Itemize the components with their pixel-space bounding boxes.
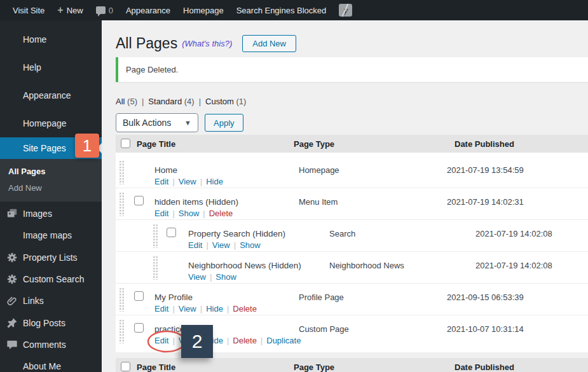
view-link[interactable]: View — [188, 272, 215, 282]
delete-link[interactable]: Delete — [233, 304, 257, 313]
edit-link[interactable]: Edit — [188, 240, 212, 250]
bulk-actions-label: Bulk Actions — [123, 118, 171, 128]
main-content: All Pages (What's this?) Add New Page De… — [102, 20, 588, 372]
page-title-cell: My Profile — [154, 293, 193, 302]
row-actions: EditViewHide — [154, 177, 223, 186]
col-header-page-type: Page Type — [294, 139, 334, 149]
appearance-topbar-link[interactable]: Appearance — [120, 0, 177, 20]
comments-label: Comments — [23, 340, 66, 350]
tutorial-step-1-badge: 1 — [75, 134, 99, 158]
table-row-child: Neighborhood News (Hidden) ViewShow Neig… — [116, 252, 588, 284]
drag-handle[interactable] — [119, 319, 125, 343]
row-checkbox[interactable] — [167, 228, 176, 237]
sidebar-item-images[interactable]: Images — [0, 203, 102, 224]
col-footer-page-type: Page Type — [294, 362, 334, 372]
filter-separator: | — [199, 97, 201, 106]
homepage-topbar-link[interactable]: Homepage — [177, 0, 230, 20]
homepage-topbar-label: Homepage — [183, 6, 224, 15]
row-actions: EditViewHideDeleteDuplicate — [154, 336, 301, 345]
col-footer-page-title: Page Title — [137, 362, 175, 372]
sidebar-item-custom-search[interactable]: Custom Search — [0, 268, 102, 290]
filter-all[interactable]: All (5) — [116, 97, 137, 106]
hide-link[interactable]: Hide — [206, 304, 233, 313]
sidebar-item-about-me[interactable]: About Me — [0, 355, 102, 372]
date-published-cell: 2021-09-15 06:53:39 — [447, 293, 524, 302]
sidebar-item-home[interactable]: Home — [0, 25, 102, 53]
drag-handle[interactable] — [153, 224, 158, 248]
hide-link[interactable]: Hide — [206, 177, 223, 186]
page-type-cell: Custom Page — [299, 324, 349, 334]
visit-site-link[interactable]: Visit Site — [6, 0, 51, 20]
link-icon — [6, 295, 18, 307]
show-link[interactable]: Show — [240, 240, 261, 250]
submenu-all-pages[interactable]: All Pages — [0, 163, 102, 179]
sidebar-item-comments[interactable]: Comments — [0, 334, 102, 355]
filter-custom[interactable]: Custom (1) — [205, 97, 246, 106]
page-title-cell: Neighborhood News (Hidden) — [188, 261, 301, 270]
seo-status-label: Search Engines Blocked — [236, 6, 327, 15]
select-all-checkbox[interactable] — [121, 139, 130, 148]
filter-standard[interactable]: Standard (4) — [148, 97, 194, 106]
row-checkbox[interactable] — [134, 291, 144, 301]
chevron-down-icon: ▼ — [184, 119, 191, 127]
row-actions: EditViewHideDelete — [154, 304, 257, 313]
edit-link[interactable]: Edit — [154, 177, 179, 186]
image-maps-label: Image maps — [23, 230, 72, 240]
row-actions: ViewShow — [188, 272, 236, 282]
sidebar-site-pages-label: Site Pages — [23, 143, 66, 153]
comment-icon — [6, 339, 18, 350]
sidebar-item-blog-posts[interactable]: Blog Posts — [0, 312, 102, 333]
row-actions: EditShowDelete — [154, 209, 233, 218]
view-link[interactable]: View — [212, 240, 240, 250]
sidebar-item-image-maps[interactable]: Image maps — [0, 224, 102, 246]
delete-link[interactable]: Delete — [233, 336, 266, 345]
filter-standard-count: (4) — [184, 97, 195, 106]
whats-this-link[interactable]: (What's this?) — [182, 39, 232, 48]
new-button[interactable]: + New — [51, 0, 89, 20]
drag-handle[interactable] — [153, 256, 158, 280]
bulk-actions-select[interactable]: Bulk Actions ▼ — [116, 113, 198, 132]
sidebar-item-links[interactable]: Links — [0, 290, 102, 312]
sidebar-item-appearance[interactable]: Appearance — [0, 81, 102, 109]
apply-button[interactable]: Apply — [205, 114, 243, 132]
view-link[interactable]: View — [179, 304, 206, 313]
drag-handle[interactable] — [119, 192, 125, 216]
yoast-menu[interactable]: y — [332, 0, 359, 20]
table-row: Home EditViewHide Homepage 2021-07-19 13… — [116, 156, 588, 188]
property-lists-label: Property Lists — [23, 252, 78, 263]
show-link[interactable]: Show — [215, 272, 236, 282]
sidebar-item-property-lists[interactable]: Property Lists — [0, 247, 102, 268]
edit-link[interactable]: Edit — [154, 336, 179, 345]
delete-link[interactable]: Delete — [209, 209, 233, 218]
add-new-button[interactable]: Add New — [242, 35, 296, 52]
page-type-cell: Homepage — [299, 165, 339, 175]
edit-link[interactable]: Edit — [154, 304, 179, 313]
edit-link[interactable]: Edit — [154, 209, 179, 218]
seo-status-link[interactable]: Search Engines Blocked — [230, 0, 333, 20]
row-checkbox[interactable] — [134, 323, 144, 333]
sidebar-homepage-label: Homepage — [23, 118, 67, 128]
view-link[interactable]: View — [179, 177, 206, 186]
submenu-add-new[interactable]: Add New — [0, 179, 102, 196]
table-footer-header: Page Title Page Type Date Published — [116, 358, 588, 372]
notice-text: Page Deleted. — [126, 65, 178, 74]
drag-handle[interactable] — [119, 160, 125, 184]
all-pages-label: All Pages — [8, 167, 46, 176]
show-link[interactable]: Show — [179, 209, 209, 218]
row-checkbox[interactable] — [134, 196, 144, 205]
pin-icon — [6, 317, 18, 329]
blog-posts-label: Blog Posts — [23, 318, 65, 328]
duplicate-link[interactable]: Duplicate — [266, 336, 301, 345]
select-all-checkbox[interactable] — [121, 362, 130, 371]
filter-separator: | — [142, 97, 144, 106]
row-actions: EditViewShow — [188, 240, 261, 250]
page-title-cell: Home — [154, 165, 177, 175]
comment-bubble-icon — [96, 6, 106, 14]
filter-custom-label: Custom — [205, 97, 234, 106]
links-label: Links — [23, 296, 44, 306]
drag-handle[interactable] — [119, 287, 125, 312]
admin-sidebar: Home Help Appearance Homepage Site Pages… — [0, 20, 102, 372]
sidebar-item-help[interactable]: Help — [0, 53, 102, 81]
comments-admin-link[interactable]: 0 — [90, 0, 120, 20]
date-published-cell: 2021-07-19 14:02:08 — [475, 261, 552, 270]
